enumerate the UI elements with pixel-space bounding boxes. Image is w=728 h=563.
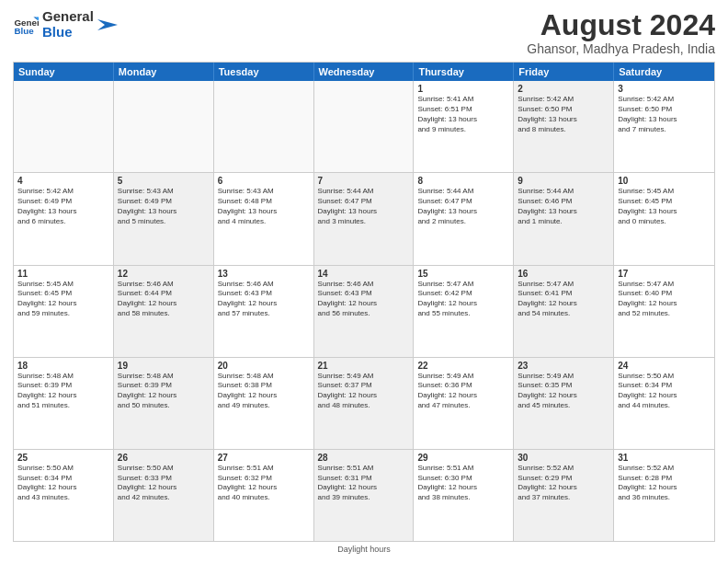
day-info: Sunrise: 5:49 AM Sunset: 6:35 PM Dayligh… (518, 372, 609, 411)
day-number: 3 (618, 84, 711, 94)
logo-blue-text: Blue (42, 25, 94, 40)
day-number: 22 (417, 361, 509, 371)
day-info: Sunrise: 5:48 AM Sunset: 6:39 PM Dayligh… (118, 372, 210, 411)
svg-text:Blue: Blue (14, 25, 34, 35)
day-number: 28 (318, 453, 410, 463)
calendar-cell-1-1 (14, 81, 114, 172)
calendar-cell-3-2: 12Sunrise: 5:46 AM Sunset: 6:44 PM Dayli… (114, 266, 214, 357)
calendar-cell-3-1: 11Sunrise: 5:45 AM Sunset: 6:45 PM Dayli… (14, 266, 114, 357)
day-number: 18 (17, 361, 109, 371)
sub-title: Ghansor, Madhya Pradesh, India (527, 41, 715, 56)
calendar: Sunday Monday Tuesday Wednesday Thursday… (13, 62, 715, 542)
calendar-cell-4-1: 18Sunrise: 5:48 AM Sunset: 6:39 PM Dayli… (14, 358, 114, 449)
day-info: Sunrise: 5:42 AM Sunset: 6:49 PM Dayligh… (17, 187, 109, 226)
calendar-cell-4-6: 23Sunrise: 5:49 AM Sunset: 6:35 PM Dayli… (514, 358, 614, 449)
day-info: Sunrise: 5:47 AM Sunset: 6:42 PM Dayligh… (417, 280, 509, 319)
day-info: Sunrise: 5:47 AM Sunset: 6:40 PM Dayligh… (618, 280, 711, 319)
day-number: 10 (618, 176, 711, 186)
day-number: 13 (218, 269, 310, 279)
day-info: Sunrise: 5:45 AM Sunset: 6:45 PM Dayligh… (618, 187, 711, 226)
calendar-body: 1Sunrise: 5:41 AM Sunset: 6:51 PM Daylig… (14, 81, 714, 541)
calendar-cell-3-6: 16Sunrise: 5:47 AM Sunset: 6:41 PM Dayli… (514, 266, 614, 357)
calendar-cell-2-6: 9Sunrise: 5:44 AM Sunset: 6:46 PM Daylig… (514, 173, 614, 264)
calendar-cell-1-4 (314, 81, 415, 172)
day-number: 31 (618, 453, 711, 463)
day-info: Sunrise: 5:43 AM Sunset: 6:48 PM Dayligh… (218, 187, 310, 226)
header-tuesday: Tuesday (214, 63, 314, 81)
calendar-cell-5-3: 27Sunrise: 5:51 AM Sunset: 6:32 PM Dayli… (214, 450, 314, 541)
calendar-week-1: 1Sunrise: 5:41 AM Sunset: 6:51 PM Daylig… (14, 81, 714, 172)
day-info: Sunrise: 5:44 AM Sunset: 6:46 PM Dayligh… (518, 187, 609, 226)
header-friday: Friday (514, 63, 614, 81)
day-number: 26 (118, 453, 210, 463)
page: General Blue General Blue August 2024 Gh… (0, 0, 728, 563)
day-info: Sunrise: 5:50 AM Sunset: 6:33 PM Dayligh… (118, 464, 210, 503)
day-info: Sunrise: 5:48 AM Sunset: 6:38 PM Dayligh… (218, 372, 310, 411)
day-number: 14 (318, 269, 410, 279)
calendar-cell-4-7: 24Sunrise: 5:50 AM Sunset: 6:34 PM Dayli… (614, 358, 714, 449)
calendar-cell-4-5: 22Sunrise: 5:49 AM Sunset: 6:36 PM Dayli… (414, 358, 514, 449)
calendar-cell-3-5: 15Sunrise: 5:47 AM Sunset: 6:42 PM Dayli… (414, 266, 514, 357)
day-number: 23 (518, 361, 609, 371)
day-info: Sunrise: 5:42 AM Sunset: 6:50 PM Dayligh… (518, 95, 609, 134)
day-number: 11 (17, 269, 109, 279)
day-info: Sunrise: 5:45 AM Sunset: 6:45 PM Dayligh… (17, 280, 109, 319)
calendar-cell-3-3: 13Sunrise: 5:46 AM Sunset: 6:43 PM Dayli… (214, 266, 314, 357)
day-number: 6 (218, 176, 310, 186)
calendar-cell-2-7: 10Sunrise: 5:45 AM Sunset: 6:45 PM Dayli… (614, 173, 714, 264)
day-info: Sunrise: 5:52 AM Sunset: 6:28 PM Dayligh… (618, 464, 711, 503)
day-info: Sunrise: 5:50 AM Sunset: 6:34 PM Dayligh… (618, 372, 711, 411)
day-info: Sunrise: 5:42 AM Sunset: 6:50 PM Dayligh… (618, 95, 711, 134)
calendar-cell-5-6: 30Sunrise: 5:52 AM Sunset: 6:29 PM Dayli… (514, 450, 614, 541)
day-number: 4 (17, 176, 109, 186)
day-number: 8 (417, 176, 509, 186)
calendar-cell-5-5: 29Sunrise: 5:51 AM Sunset: 6:30 PM Dayli… (414, 450, 514, 541)
day-info: Sunrise: 5:49 AM Sunset: 6:36 PM Dayligh… (417, 372, 509, 411)
calendar-cell-1-7: 3Sunrise: 5:42 AM Sunset: 6:50 PM Daylig… (614, 81, 714, 172)
day-info: Sunrise: 5:51 AM Sunset: 6:30 PM Dayligh… (417, 464, 509, 503)
calendar-cell-5-1: 25Sunrise: 5:50 AM Sunset: 6:34 PM Dayli… (14, 450, 114, 541)
svg-marker-4 (97, 19, 118, 30)
day-number: 21 (318, 361, 410, 371)
header: General Blue General Blue August 2024 Gh… (13, 9, 715, 56)
day-info: Sunrise: 5:46 AM Sunset: 6:44 PM Dayligh… (118, 280, 210, 319)
day-number: 5 (118, 176, 210, 186)
calendar-week-4: 18Sunrise: 5:48 AM Sunset: 6:39 PM Dayli… (14, 357, 714, 449)
day-info: Sunrise: 5:44 AM Sunset: 6:47 PM Dayligh… (417, 187, 509, 226)
calendar-cell-5-2: 26Sunrise: 5:50 AM Sunset: 6:33 PM Dayli… (114, 450, 214, 541)
logo: General Blue General Blue (13, 9, 118, 40)
day-info: Sunrise: 5:46 AM Sunset: 6:43 PM Dayligh… (218, 280, 310, 319)
calendar-cell-3-4: 14Sunrise: 5:46 AM Sunset: 6:43 PM Dayli… (314, 266, 415, 357)
calendar-cell-4-4: 21Sunrise: 5:49 AM Sunset: 6:37 PM Dayli… (314, 358, 415, 449)
day-number: 19 (118, 361, 210, 371)
day-number: 7 (318, 176, 410, 186)
day-info: Sunrise: 5:50 AM Sunset: 6:34 PM Dayligh… (17, 464, 109, 503)
day-number: 27 (218, 453, 310, 463)
calendar-cell-2-3: 6Sunrise: 5:43 AM Sunset: 6:48 PM Daylig… (214, 173, 314, 264)
day-number: 9 (518, 176, 609, 186)
calendar-cell-4-2: 19Sunrise: 5:48 AM Sunset: 6:39 PM Dayli… (114, 358, 214, 449)
calendar-header: Sunday Monday Tuesday Wednesday Thursday… (14, 63, 714, 81)
logo-icon: General Blue (13, 12, 39, 38)
header-monday: Monday (114, 63, 214, 81)
day-info: Sunrise: 5:43 AM Sunset: 6:49 PM Dayligh… (118, 187, 210, 226)
day-number: 16 (518, 269, 609, 279)
calendar-cell-1-3 (214, 81, 314, 172)
calendar-cell-1-5: 1Sunrise: 5:41 AM Sunset: 6:51 PM Daylig… (414, 81, 514, 172)
header-sunday: Sunday (14, 63, 114, 81)
main-title: August 2024 (527, 9, 715, 41)
logo-general-text: General (42, 9, 94, 25)
calendar-cell-2-4: 7Sunrise: 5:44 AM Sunset: 6:47 PM Daylig… (314, 173, 415, 264)
day-info: Sunrise: 5:48 AM Sunset: 6:39 PM Dayligh… (17, 372, 109, 411)
day-info: Sunrise: 5:41 AM Sunset: 6:51 PM Dayligh… (417, 95, 509, 134)
calendar-week-3: 11Sunrise: 5:45 AM Sunset: 6:45 PM Dayli… (14, 265, 714, 357)
day-number: 25 (17, 453, 109, 463)
day-number: 29 (417, 453, 509, 463)
day-info: Sunrise: 5:52 AM Sunset: 6:29 PM Dayligh… (518, 464, 609, 503)
day-number: 12 (118, 269, 210, 279)
day-number: 24 (618, 361, 711, 371)
title-block: August 2024 Ghansor, Madhya Pradesh, Ind… (527, 9, 715, 56)
day-info: Sunrise: 5:51 AM Sunset: 6:31 PM Dayligh… (318, 464, 410, 503)
header-thursday: Thursday (414, 63, 514, 81)
calendar-cell-5-7: 31Sunrise: 5:52 AM Sunset: 6:28 PM Dayli… (614, 450, 714, 541)
